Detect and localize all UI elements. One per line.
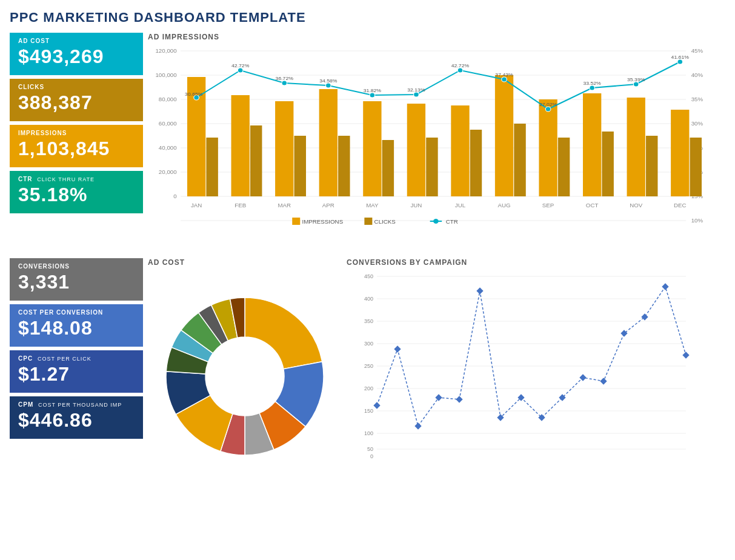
svg-text:200: 200 <box>364 385 373 392</box>
svg-rect-40 <box>558 138 570 196</box>
svg-point-50 <box>325 83 331 88</box>
svg-rect-38 <box>514 124 525 196</box>
kpi-impressions: IMPRESSIONS 1,103,845 <box>10 125 143 167</box>
svg-rect-26 <box>250 125 262 196</box>
svg-rect-85 <box>364 218 372 225</box>
svg-rect-28 <box>294 136 305 196</box>
donut-chart-svg <box>148 270 342 476</box>
svg-rect-31 <box>363 101 381 196</box>
svg-point-88 <box>433 219 439 224</box>
svg-text:300: 300 <box>364 341 373 347</box>
svg-point-51 <box>370 93 375 98</box>
kpi-column-bottom: CONVERSIONS 3,331 COST PER CONVERSION $1… <box>10 258 143 476</box>
svg-rect-83 <box>292 218 300 225</box>
svg-rect-32 <box>382 140 394 196</box>
kpi-cpc-label: CPC COST PER CLICK <box>18 355 135 362</box>
conversions-chart-svg: 450 400 350 300 250 200 150 100 50 0 <box>347 270 698 476</box>
svg-text:DEC: DEC <box>674 202 687 208</box>
svg-rect-114 <box>476 287 483 294</box>
svg-rect-43 <box>627 98 645 196</box>
svg-point-49 <box>282 81 287 85</box>
svg-rect-36 <box>470 130 482 196</box>
svg-text:32.13%: 32.13% <box>407 87 425 93</box>
svg-text:CLICKS: CLICKS <box>374 219 396 225</box>
svg-rect-123 <box>662 283 668 290</box>
svg-point-48 <box>238 68 243 73</box>
svg-text:FEB: FEB <box>234 202 246 208</box>
kpi-cost-per-conversion-value: $148.08 <box>18 317 135 339</box>
svg-text:OCT: OCT <box>586 202 599 208</box>
svg-rect-110 <box>394 345 401 352</box>
kpi-ad-cost: AD COST $493,269 <box>10 33 143 75</box>
svg-rect-46 <box>690 138 702 196</box>
kpi-column-top: AD COST $493,269 CLICKS 388,387 IMPRESSI… <box>10 33 143 251</box>
svg-text:400: 400 <box>364 296 373 302</box>
svg-rect-29 <box>319 89 338 196</box>
svg-text:AUG: AUG <box>497 202 510 208</box>
svg-rect-27 <box>275 101 293 196</box>
svg-rect-24 <box>206 138 218 196</box>
bottom-section: CONVERSIONS 3,331 COST PER CONVERSION $1… <box>10 258 725 476</box>
svg-text:33.52%: 33.52% <box>583 80 601 86</box>
svg-text:10%: 10% <box>691 218 703 224</box>
svg-text:40,000: 40,000 <box>159 145 177 151</box>
svg-rect-35 <box>451 105 469 196</box>
svg-text:250: 250 <box>364 363 373 369</box>
svg-text:MAY: MAY <box>366 202 379 208</box>
svg-text:120,000: 120,000 <box>155 48 176 54</box>
kpi-impressions-value: 1,103,845 <box>18 138 135 160</box>
svg-text:42.72%: 42.72% <box>451 62 470 68</box>
kpi-ctr-label: CTR CLICK THRU RATE <box>18 176 135 182</box>
svg-point-53 <box>457 68 463 73</box>
svg-rect-44 <box>646 136 657 196</box>
kpi-conversions-label: CONVERSIONS <box>18 263 135 270</box>
svg-rect-34 <box>426 138 437 196</box>
svg-point-57 <box>633 82 639 87</box>
svg-rect-30 <box>338 136 350 196</box>
svg-rect-41 <box>583 93 601 196</box>
kpi-ad-cost-label: AD COST <box>18 38 135 44</box>
impressions-chart-svg: 120,000 100,000 80,000 60,000 40,000 20,… <box>148 45 725 251</box>
kpi-ctr-value: 35.18% <box>18 184 135 206</box>
svg-text:30%: 30% <box>691 121 703 127</box>
svg-point-55 <box>545 107 551 112</box>
kpi-cost-per-conversion-label: COST PER CONVERSION <box>18 309 135 316</box>
ad-cost-title: AD COST <box>148 258 342 267</box>
svg-rect-37 <box>495 75 513 196</box>
svg-text:150: 150 <box>364 408 373 414</box>
svg-text:JUN: JUN <box>410 202 422 208</box>
kpi-conversions: CONVERSIONS 3,331 <box>10 258 143 301</box>
svg-text:APR: APR <box>322 202 334 208</box>
ad-impressions-title: AD IMPRESSIONS <box>148 33 725 41</box>
svg-rect-112 <box>435 394 442 401</box>
svg-text:NOV: NOV <box>630 202 643 208</box>
svg-text:JAN: JAN <box>191 202 202 208</box>
svg-text:31.82%: 31.82% <box>364 87 382 93</box>
conversions-by-campaign-section: CONVERSIONS BY CAMPAIGN 450 400 350 300 … <box>347 258 725 476</box>
svg-point-58 <box>677 59 683 64</box>
svg-text:37.43%: 37.43% <box>495 72 513 78</box>
kpi-clicks-label: CLICKS <box>18 84 135 90</box>
kpi-cpm-value: $446.86 <box>18 409 135 432</box>
svg-text:350: 350 <box>364 318 373 324</box>
svg-rect-120 <box>600 378 607 384</box>
svg-text:36.72%: 36.72% <box>276 75 294 81</box>
svg-text:60,000: 60,000 <box>159 121 177 127</box>
svg-rect-111 <box>414 422 421 429</box>
svg-text:27.02%: 27.02% <box>539 101 557 107</box>
conversions-by-campaign-title: CONVERSIONS BY CAMPAIGN <box>347 258 725 267</box>
kpi-clicks: CLICKS 388,387 <box>10 79 143 121</box>
svg-text:IMPRESSIONS: IMPRESSIONS <box>302 219 343 225</box>
svg-text:41.61%: 41.61% <box>671 54 690 60</box>
svg-text:40%: 40% <box>691 72 703 78</box>
svg-rect-124 <box>682 352 689 358</box>
svg-rect-25 <box>231 95 250 196</box>
ad-cost-section: AD COST <box>148 258 342 476</box>
ad-impressions-chart: 120,000 100,000 80,000 60,000 40,000 20,… <box>148 45 725 251</box>
svg-rect-33 <box>407 104 425 196</box>
kpi-impressions-label: IMPRESSIONS <box>18 130 135 136</box>
kpi-cost-per-conversion: COST PER CONVERSION $148.08 <box>10 304 143 347</box>
kpi-ad-cost-value: $493,269 <box>18 45 135 68</box>
svg-text:80,000: 80,000 <box>159 96 177 102</box>
kpi-ctr: CTR CLICK THRU RATE 35.18% <box>10 171 143 213</box>
